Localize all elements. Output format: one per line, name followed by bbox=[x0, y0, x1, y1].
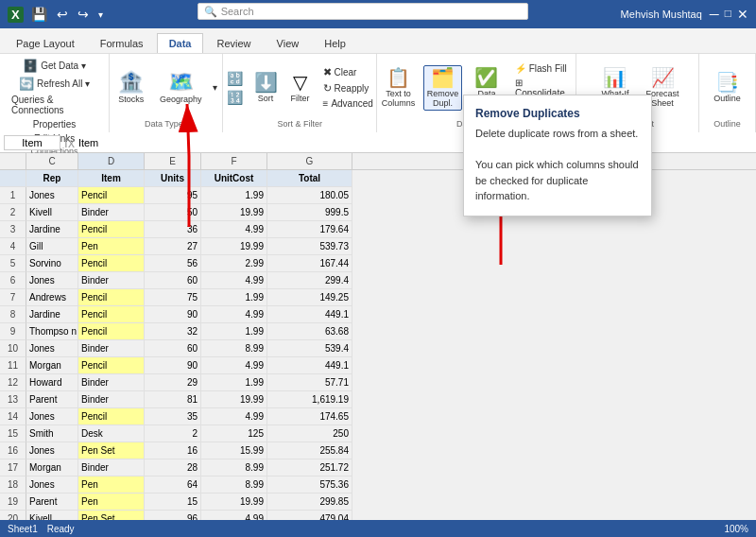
cell-r17-c0[interactable]: 18 bbox=[0, 476, 26, 494]
search-bar[interactable]: 🔍 Search bbox=[198, 3, 528, 20]
tab-formulas[interactable]: Formulas bbox=[88, 33, 156, 53]
cell-r3-c3[interactable]: 27 bbox=[145, 238, 201, 255]
cell-r3-c2[interactable]: Pen bbox=[78, 238, 145, 255]
cell-r5-c5[interactable]: 299.4 bbox=[267, 272, 352, 289]
cell-r1-c1[interactable]: Kivell bbox=[26, 204, 78, 221]
cell-r19-c1[interactable]: Kivell bbox=[26, 511, 78, 520]
cell-r12-c2[interactable]: Binder bbox=[78, 391, 145, 408]
get-data-btn[interactable]: 🗄️ Get Data ▾ bbox=[19, 58, 90, 74]
cell-r6-c0[interactable]: 7 bbox=[0, 289, 26, 306]
tab-help[interactable]: Help bbox=[312, 33, 358, 53]
cell-r11-c4[interactable]: 1.99 bbox=[201, 374, 267, 391]
connections-btn[interactable]: Queries & Connections bbox=[8, 94, 101, 116]
cell-r16-c3[interactable]: 28 bbox=[145, 459, 201, 476]
cell-r7-c4[interactable]: 4.99 bbox=[201, 306, 267, 323]
cell-r12-c3[interactable]: 81 bbox=[145, 391, 201, 408]
clear-btn[interactable]: ✖ Clear bbox=[319, 65, 377, 79]
cell-r17-c4[interactable]: 8.99 bbox=[201, 476, 267, 494]
cell-r2-c2[interactable]: Pencil bbox=[78, 221, 145, 238]
sort-btn[interactable]: ⬇️ Sort bbox=[250, 71, 282, 105]
tab-view[interactable]: View bbox=[265, 33, 312, 53]
flash-fill-btn[interactable]: ⚡ Flash Fill bbox=[511, 62, 574, 75]
cell-r6-c5[interactable]: 149.25 bbox=[267, 289, 352, 306]
cell-r19-c5[interactable]: 479.04 bbox=[267, 511, 352, 520]
cell-r0-c4[interactable]: 1.99 bbox=[201, 187, 267, 204]
cell-r17-c5[interactable]: 575.36 bbox=[267, 476, 352, 494]
cell-r7-c5[interactable]: 449.1 bbox=[267, 306, 352, 323]
advanced-filter-btn[interactable]: ≡ Advanced bbox=[319, 97, 377, 110]
cell-r16-c5[interactable]: 251.72 bbox=[267, 459, 352, 476]
tab-page-layout[interactable]: Page Layout bbox=[4, 33, 87, 53]
cell-r9-c0[interactable]: 10 bbox=[0, 340, 26, 357]
header-cell-0[interactable] bbox=[0, 170, 26, 187]
cell-r9-c3[interactable]: 60 bbox=[145, 340, 201, 357]
cell-r17-c2[interactable]: Pen bbox=[78, 476, 145, 494]
cell-r1-c3[interactable]: 50 bbox=[145, 204, 201, 221]
header-cell-5[interactable]: Total bbox=[267, 170, 352, 187]
cell-r18-c1[interactable]: Parent bbox=[26, 494, 78, 511]
header-cell-1[interactable]: Rep bbox=[26, 170, 78, 187]
cell-r11-c3[interactable]: 29 bbox=[145, 374, 201, 391]
cell-r8-c0[interactable]: 9 bbox=[0, 323, 26, 340]
cell-r12-c4[interactable]: 19.99 bbox=[201, 391, 267, 408]
cell-r13-c2[interactable]: Pencil bbox=[78, 408, 145, 425]
redo-icon[interactable]: ↪ bbox=[76, 5, 91, 24]
cell-r16-c1[interactable]: Morgan bbox=[26, 459, 78, 476]
cell-r13-c0[interactable]: 14 bbox=[0, 408, 26, 425]
col-header-g[interactable]: G bbox=[267, 153, 352, 169]
cell-r4-c1[interactable]: Sorvino bbox=[26, 255, 78, 272]
col-header-c[interactable]: C bbox=[26, 153, 78, 169]
cell-r14-c1[interactable]: Smith bbox=[26, 425, 78, 442]
cell-r11-c5[interactable]: 57.71 bbox=[267, 374, 352, 391]
col-header-f[interactable]: F bbox=[201, 153, 267, 169]
cell-r14-c0[interactable]: 15 bbox=[0, 425, 26, 442]
cell-r5-c2[interactable]: Binder bbox=[78, 272, 145, 289]
save-icon[interactable]: 💾 bbox=[29, 5, 49, 24]
cell-r14-c4[interactable]: 125 bbox=[201, 425, 267, 442]
text-to-columns-btn[interactable]: 📋 Text toColumns bbox=[379, 66, 418, 110]
cell-r8-c3[interactable]: 32 bbox=[145, 323, 201, 340]
cell-r3-c1[interactable]: Gill bbox=[26, 238, 78, 255]
cell-r11-c0[interactable]: 12 bbox=[0, 374, 26, 391]
cell-r5-c3[interactable]: 60 bbox=[145, 272, 201, 289]
cell-r1-c0[interactable]: 2 bbox=[0, 204, 26, 221]
cell-r8-c2[interactable]: Pencil bbox=[78, 323, 145, 340]
cell-r15-c3[interactable]: 16 bbox=[145, 442, 201, 459]
cell-r4-c3[interactable]: 56 bbox=[145, 255, 201, 272]
cell-r13-c4[interactable]: 4.99 bbox=[201, 408, 267, 425]
cell-r5-c4[interactable]: 4.99 bbox=[201, 272, 267, 289]
tab-data[interactable]: Data bbox=[157, 33, 204, 53]
cell-r6-c3[interactable]: 75 bbox=[145, 289, 201, 306]
cell-r15-c4[interactable]: 15.99 bbox=[201, 442, 267, 459]
cell-r10-c0[interactable]: 11 bbox=[0, 357, 26, 374]
cell-r10-c5[interactable]: 449.1 bbox=[267, 357, 352, 374]
cell-r0-c0[interactable]: 1 bbox=[0, 187, 26, 204]
cell-r18-c4[interactable]: 19.99 bbox=[201, 494, 267, 511]
close-btn[interactable]: ✕ bbox=[737, 7, 748, 22]
refresh-all-btn[interactable]: 🔄 Refresh All ▾ bbox=[15, 76, 94, 92]
cell-r15-c1[interactable]: Jones bbox=[26, 442, 78, 459]
cell-r8-c1[interactable]: Thompso n bbox=[26, 323, 78, 340]
cell-r18-c5[interactable]: 299.85 bbox=[267, 494, 352, 511]
minimize-btn[interactable]: ─ bbox=[710, 7, 719, 22]
cell-r4-c4[interactable]: 2.99 bbox=[201, 255, 267, 272]
cell-r16-c4[interactable]: 8.99 bbox=[201, 459, 267, 476]
cell-r0-c2[interactable]: Pencil bbox=[78, 187, 145, 204]
cell-r14-c3[interactable]: 2 bbox=[145, 425, 201, 442]
sort-az-btn[interactable]: 🔡 bbox=[223, 70, 247, 87]
cell-r10-c2[interactable]: Pencil bbox=[78, 357, 145, 374]
cell-r9-c5[interactable]: 539.4 bbox=[267, 340, 352, 357]
cell-r10-c3[interactable]: 90 bbox=[145, 357, 201, 374]
cell-r10-c4[interactable]: 4.99 bbox=[201, 357, 267, 374]
cell-r18-c2[interactable]: Pen bbox=[78, 494, 145, 511]
zoom-level[interactable]: 100% bbox=[724, 524, 748, 534]
cell-r0-c5[interactable]: 180.05 bbox=[267, 187, 352, 204]
cell-r11-c2[interactable]: Binder bbox=[78, 374, 145, 391]
cell-r8-c4[interactable]: 1.99 bbox=[201, 323, 267, 340]
remove-duplicates-btn[interactable]: 🗂️ RemoveDupl. bbox=[423, 65, 462, 111]
cell-r19-c3[interactable]: 96 bbox=[145, 511, 201, 520]
cell-r16-c0[interactable]: 17 bbox=[0, 459, 26, 476]
cell-r9-c1[interactable]: Jones bbox=[26, 340, 78, 357]
cell-r18-c0[interactable]: 19 bbox=[0, 494, 26, 511]
cell-r7-c2[interactable]: Pencil bbox=[78, 306, 145, 323]
